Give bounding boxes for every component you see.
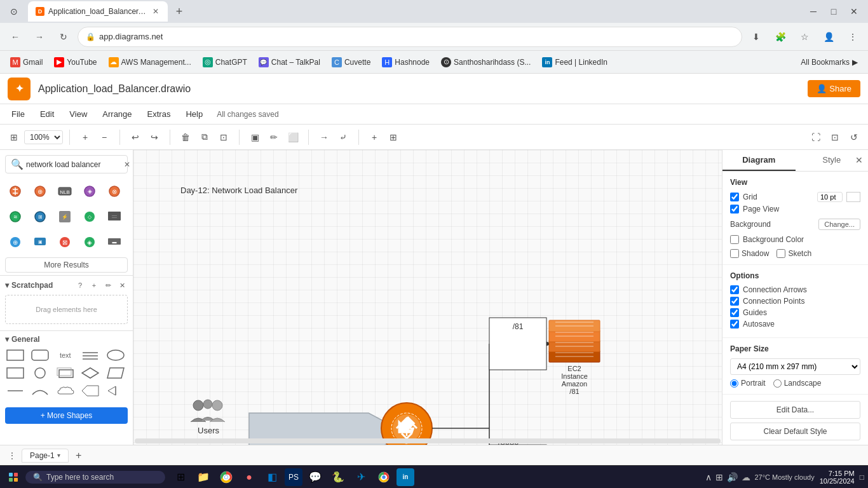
zoom-select[interactable]: 100% 75% 150% xyxy=(24,130,63,144)
table-btn[interactable]: ⊞ xyxy=(384,128,402,146)
panel-close-btn[interactable]: ✕ xyxy=(855,155,863,165)
extras-btn-2[interactable]: 🐍 xyxy=(328,467,348,487)
telegram-btn[interactable]: ✈ xyxy=(351,467,371,487)
page-nav-dots[interactable]: ⋮ xyxy=(5,449,19,462)
taskbar-search[interactable]: 🔍 Type here to search xyxy=(25,471,165,484)
scratchpad-add-btn[interactable]: + xyxy=(88,280,100,291)
chrome-btn[interactable] xyxy=(216,467,236,487)
notifications-btn[interactable]: □ xyxy=(860,473,864,482)
shape-item[interactable]: ◈ xyxy=(79,232,100,252)
start-button[interactable] xyxy=(4,468,23,487)
minimize-btn[interactable]: ─ xyxy=(804,3,822,20)
shape-item[interactable]: ◈ xyxy=(79,181,100,201)
change-background-btn[interactable]: Change... xyxy=(818,219,860,230)
shape-item[interactable]: ⊠ xyxy=(55,232,75,252)
insert-btn[interactable]: + xyxy=(365,128,383,146)
network-icon[interactable]: ⊞ xyxy=(715,472,723,482)
grid-checkbox[interactable] xyxy=(730,193,739,201)
gen-shape-circle[interactable] xyxy=(30,365,50,381)
download-btn[interactable]: ⬇ xyxy=(746,27,766,47)
profile-circle-btn[interactable]: 👤 xyxy=(818,27,839,47)
grid-size-input[interactable] xyxy=(817,192,843,202)
menu-arrange[interactable]: Arrange xyxy=(96,107,138,121)
bookmark-linkedin[interactable]: in Feed | LinkedIn xyxy=(537,55,613,69)
powershell-btn[interactable]: PS xyxy=(285,468,302,486)
file-explorer-btn[interactable]: 📁 xyxy=(193,467,214,487)
address-bar[interactable]: 🔒 app.diagrams.net xyxy=(78,27,742,47)
menu-file[interactable]: File xyxy=(5,107,31,121)
profile-btn[interactable]: ⊙ xyxy=(5,3,23,20)
shadow-checkbox[interactable] xyxy=(730,249,739,258)
page-view-checkbox[interactable] xyxy=(730,205,739,214)
extensions-btn[interactable]: 🧩 xyxy=(770,27,790,47)
shape-item[interactable]: NLB xyxy=(55,181,75,201)
fullscreen-btn[interactable]: ⛶ xyxy=(807,128,825,146)
page-tab-1[interactable]: Page-1 ▾ xyxy=(22,449,69,463)
speaker-icon[interactable]: 🔊 xyxy=(727,472,738,482)
fit-page-btn[interactable]: ⊡ xyxy=(826,128,844,146)
connection-style-btn[interactable]: → xyxy=(315,128,333,146)
search-box[interactable]: 🔍 ✕ xyxy=(5,155,128,173)
bg-color-checkbox[interactable] xyxy=(730,235,739,244)
paper-size-select[interactable]: A4 (210 mm x 297 mm) Letter (8.5in x 11i… xyxy=(730,358,860,375)
shape-item[interactable]: ⊞ xyxy=(30,207,50,227)
gen-shape-lines[interactable] xyxy=(80,348,100,363)
add-page-btn[interactable]: + xyxy=(71,448,86,463)
reload-btn[interactable]: ↻ xyxy=(53,27,74,47)
whatsapp-btn[interactable]: 💬 xyxy=(305,467,325,487)
back-btn[interactable]: ← xyxy=(5,27,25,47)
waypoint-btn[interactable]: ⤶ xyxy=(334,128,352,146)
forward-btn[interactable]: → xyxy=(29,27,50,47)
bookmark-talkpal[interactable]: 💬 Chat – TalkPal xyxy=(254,55,325,69)
shape-item[interactable]: ⚡ xyxy=(55,207,75,227)
gen-shape-cloud[interactable] xyxy=(55,383,76,398)
to-front-btn[interactable]: ⧉ xyxy=(196,128,214,146)
extras-btn-1[interactable]: ● xyxy=(239,467,259,487)
bookmark-chatgpt[interactable]: ◎ ChatGPT xyxy=(198,55,252,69)
active-tab[interactable]: D Application_load_Balancer.draw... ✕ xyxy=(28,1,168,22)
taskbar-clock[interactable]: 7:15 PM 10/25/2024 xyxy=(820,470,855,485)
more-shapes-btn[interactable]: + More Shapes xyxy=(5,407,128,424)
shape-item[interactable]: ≋ xyxy=(5,207,25,227)
chrome2-btn[interactable] xyxy=(374,467,394,487)
gen-shape-line[interactable] xyxy=(5,383,25,398)
undo-btn[interactable]: ↩ xyxy=(126,128,144,146)
new-tab-btn[interactable]: + xyxy=(170,3,188,20)
gen-shape-rect[interactable] xyxy=(5,348,25,363)
shape-item[interactable]: ▬ xyxy=(104,232,125,252)
shape-item[interactable]: ◇ xyxy=(79,207,100,227)
gen-shape-parallelogram[interactable] xyxy=(105,365,126,381)
shape-item[interactable]: ▣ xyxy=(30,232,50,252)
tab-diagram[interactable]: Diagram xyxy=(722,150,796,171)
vscode-btn[interactable]: ◧ xyxy=(262,467,282,487)
fill-color-btn[interactable]: ▣ xyxy=(246,128,264,146)
gen-shape-3d-rect[interactable] xyxy=(55,365,76,381)
gen-shape-arc[interactable] xyxy=(30,383,50,398)
search-clear-btn[interactable]: ✕ xyxy=(124,160,130,169)
connection-arrows-checkbox[interactable] xyxy=(730,285,739,294)
stroke-color-btn[interactable]: ✏ xyxy=(265,128,283,146)
more-options-btn[interactable]: ⋮ xyxy=(843,27,863,47)
scratchpad-help-btn[interactable]: ? xyxy=(74,280,86,291)
more-results-btn[interactable]: More Results xyxy=(5,257,128,273)
connection-points-checkbox[interactable] xyxy=(730,297,739,306)
to-back-btn[interactable]: ⊡ xyxy=(215,128,233,146)
gen-shape-ellipse[interactable] xyxy=(105,348,126,363)
delete-btn[interactable]: 🗑 xyxy=(177,128,194,146)
menu-edit[interactable]: Edit xyxy=(34,107,60,121)
gen-shape-text[interactable]: text xyxy=(55,348,76,363)
gen-shape-step[interactable] xyxy=(80,383,100,398)
gen-shape-hlines[interactable] xyxy=(105,383,126,398)
shape-btn[interactable]: ⬜ xyxy=(284,128,302,146)
menu-view[interactable]: View xyxy=(63,107,93,121)
shape-item[interactable]: ⊕ xyxy=(5,232,25,252)
search-input[interactable] xyxy=(26,160,121,169)
task-view-btn[interactable]: ⊞ xyxy=(170,467,191,487)
share-button[interactable]: 👤 Share xyxy=(808,80,860,97)
autosave-checkbox[interactable] xyxy=(730,320,739,329)
maximize-btn[interactable]: □ xyxy=(825,3,843,20)
toggle-sidebar-btn[interactable]: ⊞ xyxy=(5,128,23,146)
shape-item[interactable]: ⊕ xyxy=(30,181,50,201)
scratchpad-close-btn[interactable]: ✕ xyxy=(116,280,128,291)
clear-style-btn[interactable]: Clear Default Style xyxy=(730,423,860,440)
